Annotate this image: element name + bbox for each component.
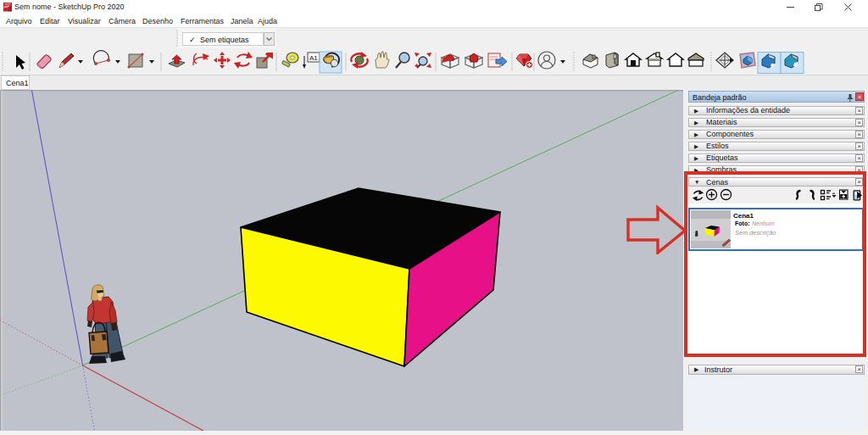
svg-text:A1: A1 bbox=[309, 54, 318, 62]
